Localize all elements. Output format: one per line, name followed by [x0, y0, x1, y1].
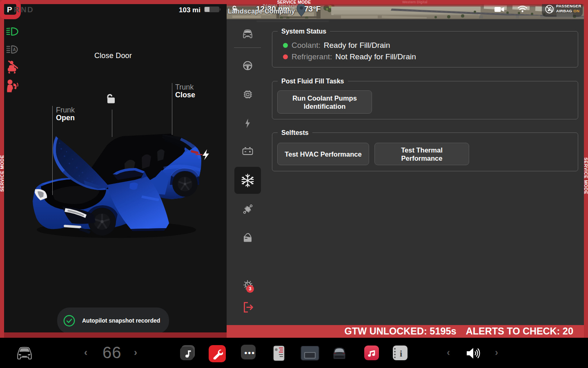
- svg-text:A: A: [13, 47, 16, 52]
- svg-text:i: i: [400, 348, 402, 359]
